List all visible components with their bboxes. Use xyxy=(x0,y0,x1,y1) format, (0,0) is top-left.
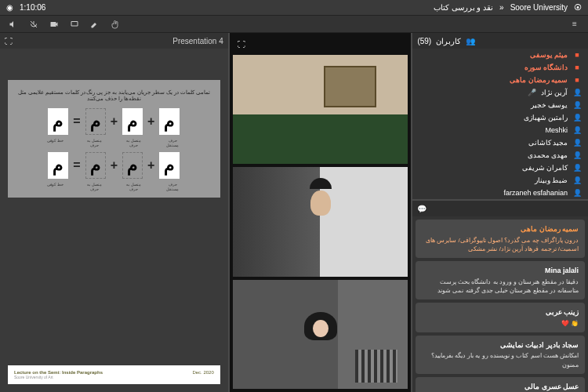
message-body: امکانش هست اسم کتاب و نویسنده رو یه بار … xyxy=(422,351,579,368)
user-name: رامتین شهبازی xyxy=(524,114,568,122)
annotate-icon[interactable] xyxy=(86,17,103,31)
user-row[interactable]: 👤رامتین شهبازی xyxy=(412,111,588,124)
user-icon: 👤 xyxy=(572,164,582,172)
user-name: ضبط وبینار xyxy=(535,176,568,184)
chat-icon: 💬 xyxy=(417,205,426,213)
user-name: آرین نژاد xyxy=(541,89,568,96)
chat-message: Mina jalaliدقیقا در مقطع هنرستان و ورود … xyxy=(416,261,585,299)
message-body: دقیقا در مقطع هنرستان و ورود به دانشگاه … xyxy=(422,278,579,295)
users-icon: 👥 xyxy=(466,37,475,45)
user-row[interactable]: 👤Meshki xyxy=(412,124,588,136)
slide-footer: Lecture on the Semi: Inside Paragraphs S… xyxy=(8,365,220,384)
user-name: مجید کاشانی xyxy=(528,139,568,147)
breadcrumb: ⦿ Soore University « نقد و بررسی کتاب xyxy=(434,3,582,12)
user-row[interactable]: 👤یوسف خجیر xyxy=(412,99,588,111)
menu-icon[interactable]: ≡ xyxy=(566,17,583,31)
user-icon: 👤 xyxy=(572,176,582,184)
users-count: (59) xyxy=(417,37,431,45)
message-body: 👏 ❤️ xyxy=(422,319,579,328)
chat-message: زینب عربی👏 ❤️ xyxy=(416,303,585,332)
slide: تمامی کلمات در یک سطر جریان می‌یابند به … xyxy=(8,80,220,198)
user-name: farzaneh esfahanian xyxy=(503,189,568,197)
user-name: دانشگاه سوره xyxy=(524,64,568,71)
chat-message: سجاد بادپر ادبیات نمایشیامکانش هست اسم ک… xyxy=(416,336,585,374)
user-row[interactable]: 👤مهدی محمدی xyxy=(412,149,588,162)
user-icon: 👤 xyxy=(572,89,582,96)
webcam-icon[interactable] xyxy=(45,17,63,31)
chat-body[interactable]: سمیه رمضان ماهیدرون پاراگراف چه می گذرد؟… xyxy=(412,216,588,392)
user-row[interactable]: 👤آرین نژاد🎤 xyxy=(412,86,588,99)
timer-area: ◉ 1:10:06 xyxy=(6,3,45,12)
moderator-icon: ■ xyxy=(572,64,582,71)
message-author: عسل عسری مالی xyxy=(422,382,579,392)
mic-off-icon[interactable] xyxy=(25,17,42,31)
user-name: سمیه رمضان ماهی xyxy=(510,76,568,84)
mic-icon: 🎤 xyxy=(528,89,536,96)
videos-expand-icon[interactable]: ⛶ xyxy=(238,40,245,49)
user-row[interactable]: ■سمیه رمضان ماهی xyxy=(412,74,588,86)
user-name: کامران شریفی xyxy=(522,164,568,172)
user-name: Meshki xyxy=(546,126,568,134)
university-name: Soore University xyxy=(510,3,568,12)
slide-area[interactable]: تمامی کلمات در یک سطر جریان می‌یابند به … xyxy=(0,49,228,392)
user-name: میثم یوسفی xyxy=(530,51,568,59)
user-icon: 👤 xyxy=(572,151,582,159)
slide-footer-sub: Soore University of Art xyxy=(14,375,103,379)
user-row[interactable]: ■میثم یوسفی xyxy=(412,49,588,61)
raise-hand-icon[interactable] xyxy=(107,17,124,31)
message-author: سجاد بادپر ادبیات نمایشی xyxy=(422,340,579,350)
users-title: کاربران xyxy=(436,37,461,45)
screen-share-icon[interactable] xyxy=(66,17,83,31)
moderator-icon: ■ xyxy=(572,76,582,84)
user-icon: 👤 xyxy=(572,189,582,197)
record-icon: ◉ xyxy=(6,3,13,12)
user-row[interactable]: 👤کامران شریفی xyxy=(412,162,588,174)
user-row[interactable]: 👤ضبط وبینار xyxy=(412,174,588,187)
webcam-tile-3[interactable] xyxy=(233,280,408,389)
presentation-title: Presentation 4 xyxy=(172,37,223,45)
user-list[interactable]: ■میثم یوسفی■دانشگاه سوره■سمیه رمضان ماهی… xyxy=(412,49,588,199)
slide-caption: تمامی کلمات در یک سطر جریان می‌یابند به … xyxy=(16,89,212,102)
message-body: درون پاراگراف چه می گذرد؟ اصول تایپوگراف… xyxy=(422,236,579,253)
chat-message: سمیه رمضان ماهیدرون پاراگراف چه می گذرد؟… xyxy=(416,220,585,258)
audio-icon[interactable] xyxy=(5,17,22,31)
chat-message: عسل عسری مالیسلام عرض ادب و احترام خدمت … xyxy=(416,377,585,392)
moderator-icon: ■ xyxy=(572,51,582,59)
webcam-tile-2[interactable] xyxy=(233,167,408,276)
session-title: نقد و بررسی کتاب xyxy=(434,3,493,12)
glyph-row-1: م= م+ م+ م xyxy=(16,108,212,135)
user-name: مهدی محمدی xyxy=(528,151,568,159)
user-icon: 👤 xyxy=(572,101,582,109)
glyph-row-2: م= م+ م+ م xyxy=(16,152,212,179)
expand-icon[interactable]: ⛶ xyxy=(5,37,13,45)
user-row[interactable]: ■دانشگاه سوره xyxy=(412,61,588,74)
user-row[interactable]: 👤farzaneh esfahanian xyxy=(412,187,588,199)
slide-footer-date: Dec. 2020 xyxy=(192,370,213,379)
message-author: Mina jalali xyxy=(422,266,579,276)
logo-icon: ⦿ xyxy=(574,3,582,12)
webcam-tile-1[interactable] xyxy=(233,55,408,164)
message-author: سمیه رمضان ماهی xyxy=(422,224,579,234)
message-author: زینب عربی xyxy=(422,307,579,318)
user-row[interactable]: 👤مجید کاشانی xyxy=(412,136,588,149)
user-icon: 👤 xyxy=(572,114,582,122)
user-name: یوسف خجیر xyxy=(531,101,568,109)
user-icon: 👤 xyxy=(572,126,582,134)
timer: 1:10:06 xyxy=(20,3,45,12)
user-icon: 👤 xyxy=(572,139,582,147)
